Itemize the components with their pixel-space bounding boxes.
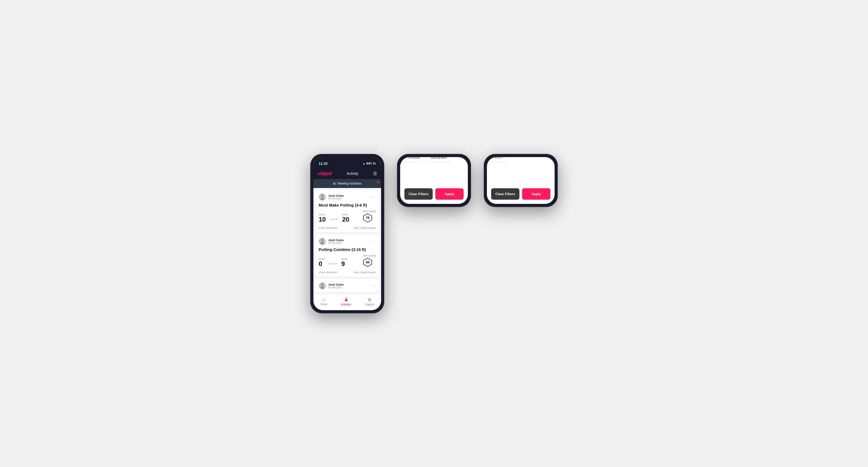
activity-card-2: Josh Coles 28 Feb 2023 ··· Putting Combi… bbox=[315, 235, 379, 277]
svg-point-6 bbox=[321, 283, 323, 286]
clear-btn-2[interactable]: Clear Filters bbox=[404, 188, 433, 200]
quality-value-1: 75 bbox=[366, 216, 369, 220]
svg-point-7 bbox=[320, 286, 324, 289]
activity-list-1: Josh Coles 28 Feb 2023 ··· Must Make Put… bbox=[313, 188, 381, 294]
more-icon-3[interactable]: ··· bbox=[371, 283, 376, 288]
user-date-1: 28 Feb 2023 bbox=[328, 197, 344, 200]
score-stat-2: Score 0 bbox=[319, 257, 325, 267]
phone-2-screen: 11:33 ▲ WiFi 51 clippd Activity ☰ ⊞ bbox=[400, 157, 468, 204]
more-icon-2[interactable]: ··· bbox=[371, 239, 376, 244]
clear-btn-3[interactable]: Clear Filters bbox=[491, 188, 520, 200]
svg-point-1 bbox=[320, 197, 324, 200]
user-details-3: Josh Coles 28 Feb 2023 bbox=[328, 283, 344, 289]
tournament-btn-2[interactable]: Tournament bbox=[426, 157, 451, 162]
activities-icon-1: ♟ bbox=[344, 297, 348, 303]
outof-text-1: OUT OF bbox=[330, 218, 338, 222]
menu-icon-1[interactable]: ☰ bbox=[373, 171, 377, 176]
score-label-2: Score bbox=[319, 257, 325, 260]
shots-label-2: Shots bbox=[341, 257, 347, 260]
hexagon-2: 45 bbox=[363, 257, 372, 267]
quality-value-2: 45 bbox=[366, 260, 369, 264]
outof-1: OUT OF bbox=[330, 218, 338, 223]
home-icon-1: ⌂ bbox=[322, 297, 325, 302]
drills-buttons-3: OTT APP ARG PUTT bbox=[491, 157, 550, 162]
user-name-1: Josh Coles bbox=[328, 194, 344, 197]
info-icon-1: ℹ bbox=[319, 227, 319, 229]
modal-spacer-3 bbox=[491, 166, 550, 182]
activities-label-1: Activities bbox=[341, 303, 351, 306]
nav-capture-1[interactable]: ⊕ Capture bbox=[365, 297, 374, 306]
card-footer-2: ℹ Test Information Data: Clippd Capture bbox=[319, 269, 376, 274]
quality-label-2: Shot Quality bbox=[363, 254, 376, 257]
apply-btn-3[interactable]: Apply bbox=[522, 188, 550, 200]
rounds-buttons-2: Practice Tournament bbox=[404, 157, 464, 162]
phone-1: 11:33 ▲ WiFi 51 clippd Activity ☰ ⊞ Vi bbox=[310, 154, 384, 313]
filter-icon-1: ⊞ bbox=[333, 182, 336, 185]
card-title-1: Must Make Putting (3-6 ft) bbox=[319, 203, 376, 207]
filter-modal-3: Filter ✕ Show Rounds Practice Drills Pra… bbox=[487, 157, 555, 204]
card-header-2: Josh Coles 28 Feb 2023 ··· bbox=[319, 238, 376, 245]
score-label-1: Score bbox=[319, 213, 326, 216]
card-stats-1: Score 10 OUT OF Shots 20 bbox=[319, 210, 376, 223]
phone-1-screen: 11:33 ▲ WiFi 51 clippd Activity ☰ ⊞ Vi bbox=[313, 157, 381, 310]
outof-text-2: OUT OF bbox=[329, 262, 337, 266]
user-name-3: Josh Coles bbox=[328, 283, 344, 286]
quality-stat-2: Shot Quality 45 bbox=[363, 254, 376, 267]
viewing-label-1: Viewing Activities bbox=[337, 182, 362, 185]
svg-point-0 bbox=[321, 194, 323, 197]
nav-activities-1[interactable]: ♟ Activities bbox=[341, 297, 351, 306]
outof-2: OUT OF bbox=[329, 262, 337, 267]
apply-btn-2[interactable]: Apply bbox=[435, 188, 464, 200]
shots-stat-1: Shots 20 bbox=[342, 213, 349, 223]
activity-card-3: Josh Coles 28 Feb 2023 ··· bbox=[315, 279, 379, 292]
card-footer-1: ℹ Test Information Data: Clippd Capture bbox=[319, 225, 376, 229]
user-info-3: Josh Coles 28 Feb 2023 bbox=[319, 282, 344, 289]
data-info-2: Data: Clippd Capture bbox=[353, 271, 376, 274]
notch-1 bbox=[334, 157, 361, 164]
bottom-nav-1: ⌂ Home ♟ Activities ⊕ Capture bbox=[313, 294, 381, 310]
nav-bar-1: clippd Activity ☰ bbox=[313, 169, 381, 179]
svg-point-3 bbox=[321, 239, 323, 241]
test-info-1: ℹ Test Information bbox=[319, 227, 337, 229]
shots-value-2: 9 bbox=[341, 260, 345, 267]
modal-footer-2: Clear Filters Apply bbox=[404, 188, 464, 200]
status-time-1: 11:33 bbox=[319, 162, 328, 165]
avatar-2 bbox=[319, 238, 326, 245]
user-info-2: Josh Coles 28 Feb 2023 bbox=[319, 238, 344, 245]
card-header-3: Josh Coles 28 Feb 2023 ··· bbox=[319, 282, 376, 289]
filter-modal-2: Filter ✕ Show Rounds Practice Drills Rou… bbox=[400, 157, 468, 204]
activity-card-1: Josh Coles 28 Feb 2023 ··· Must Make Put… bbox=[315, 190, 379, 232]
user-details-2: Josh Coles 28 Feb 2023 bbox=[328, 239, 344, 244]
user-name-2: Josh Coles bbox=[328, 239, 344, 242]
score-value-1: 10 bbox=[319, 216, 326, 223]
practice-btn-2[interactable]: Practice bbox=[404, 157, 424, 162]
quality-stat-1: Shot Quality 75 bbox=[363, 210, 376, 223]
info-icon-2: ℹ bbox=[319, 271, 319, 274]
practice-drills-section-3: Practice Drills OTT APP ARG PUTT bbox=[491, 157, 550, 162]
more-icon-1[interactable]: ··· bbox=[371, 195, 376, 199]
quality-label-1: Shot Quality bbox=[363, 210, 376, 213]
signal-icon: ▲ bbox=[363, 162, 365, 165]
logo-1: clippd bbox=[318, 171, 332, 176]
nav-title-1: Activity bbox=[346, 172, 358, 176]
phone-3: 11:33 ▲ WiFi 51 clippd Activity ☰ ⊞ bbox=[484, 154, 558, 207]
modal-footer-3: Clear Filters Apply bbox=[491, 188, 550, 200]
phone-2: 11:33 ▲ WiFi 51 clippd Activity ☰ ⊞ bbox=[397, 154, 471, 207]
test-info-2: ℹ Test Information bbox=[319, 271, 337, 274]
card-title-2: Putting Combine (3-15 ft) bbox=[319, 247, 376, 252]
avatar-1 bbox=[319, 193, 326, 201]
user-date-3: 28 Feb 2023 bbox=[328, 286, 344, 289]
shots-stat-2: Shots 9 bbox=[341, 257, 347, 267]
shots-label-1: Shots bbox=[342, 213, 349, 216]
hexagon-1: 75 bbox=[363, 213, 372, 223]
wifi-icon: WiFi bbox=[366, 162, 372, 165]
data-info-1: Data: Clippd Capture bbox=[353, 227, 376, 229]
phone-3-screen: 11:33 ▲ WiFi 51 clippd Activity ☰ ⊞ bbox=[487, 157, 555, 204]
putt-btn-3[interactable]: PUTT bbox=[491, 157, 507, 162]
battery-icon: 51 bbox=[373, 162, 376, 165]
nav-home-1[interactable]: ⌂ Home bbox=[320, 297, 328, 306]
red-dot-1 bbox=[377, 181, 379, 183]
viewing-bar-1[interactable]: ⊞ Viewing Activities bbox=[313, 179, 381, 188]
svg-point-4 bbox=[320, 242, 324, 244]
phones-container: 11:33 ▲ WiFi 51 clippd Activity ☰ ⊞ Vi bbox=[310, 154, 558, 313]
